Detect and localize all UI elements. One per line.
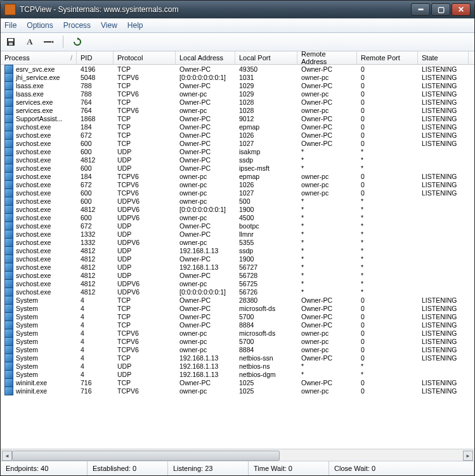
cell-local-port: ssdp [235, 247, 297, 255]
table-row[interactable]: esrv_svc.exe4196TCPOwner-PC49350Owner-PC… [1, 65, 474, 73]
cell-remote-port: 0 [357, 181, 418, 188]
cell-state: LISTENING [418, 65, 469, 73]
table-row[interactable]: lsass.exe788TCPOwner-PC1029Owner-PC0LIST… [1, 81, 474, 89]
menu-help[interactable]: Help [127, 21, 143, 30]
table-row[interactable]: svchost.exe4812UDP192.168.1.1356727** [1, 263, 474, 271]
window-buttons: ━ ▢ ✕ [411, 3, 471, 16]
table-row[interactable]: System4TCP192.168.1.13netbios-ssnOwner-P… [1, 354, 474, 362]
table-row[interactable]: svchost.exe184TCPOwner-PCepmapOwner-PC0L… [1, 122, 474, 131]
table-row[interactable]: System4TCPV6owner-pc5700owner-pc0LISTENI… [1, 337, 474, 345]
process-icon [4, 122, 13, 131]
header-remote-address[interactable]: Remote Address [297, 51, 357, 64]
table-row[interactable]: svchost.exe184TCPV6owner-pcepmapowner-pc… [1, 172, 474, 180]
cell-remote-address: owner-pc [297, 387, 357, 395]
cell-pid: 672 [77, 222, 114, 230]
table-row[interactable]: jhi_service.exe5048TCPV6[0:0:0:0:0:0:0:1… [1, 73, 474, 81]
process-icon [4, 188, 13, 197]
table-row[interactable]: svchost.exe672UDPOwner-PCbootpc** [1, 221, 474, 230]
table-row[interactable]: services.exe764TCPOwner-PC1028Owner-PC0L… [1, 98, 474, 106]
menu-file[interactable]: File [4, 21, 16, 30]
cell-pid: 4 [77, 354, 114, 362]
rule-button[interactable] [42, 36, 55, 48]
cell-process: svchost.exe [1, 230, 77, 239]
table-row[interactable]: System4TCPV6owner-pc8884owner-pc0LISTENI… [1, 345, 474, 354]
cell-remote-address: * [297, 197, 357, 205]
cell-pid: 788 [77, 90, 114, 98]
table-row[interactable]: System4TCPOwner-PC8884Owner-PC0LISTENING [1, 321, 474, 329]
table-row[interactable]: svchost.exe600UDPV6owner-pc500** [1, 197, 474, 205]
table-row[interactable]: svchost.exe4812UDPOwner-PC56728** [1, 271, 474, 279]
cell-remote-address: Owner-PC [297, 98, 357, 106]
scroll-right-arrow[interactable]: ► [463, 451, 473, 461]
cell-remote-port: * [357, 197, 418, 205]
a-button[interactable]: A [23, 36, 36, 48]
cell-remote-address: * [297, 214, 357, 221]
header-local-address[interactable]: Local Address [176, 51, 235, 64]
table-row[interactable]: System4UDP192.168.1.13netbios-dgm** [1, 370, 474, 378]
close-button[interactable]: ✕ [452, 3, 471, 16]
header-remote-port[interactable]: Remote Port [357, 51, 418, 64]
table-row[interactable]: System4TCPOwner-PC5700Owner-PC0LISTENING [1, 312, 474, 321]
table-row[interactable]: svchost.exe600TCPOwner-PC1027Owner-PC0LI… [1, 139, 474, 147]
table-row[interactable]: System4TCPOwner-PCmicrosoft-dsOwner-PC0L… [1, 304, 474, 312]
cell-local-address: Owner-PC [176, 313, 235, 321]
maximize-button[interactable]: ▢ [431, 3, 450, 16]
menu-process[interactable]: Process [63, 21, 91, 30]
minimize-button[interactable]: ━ [411, 3, 430, 16]
cell-remote-address: * [297, 156, 357, 164]
header-process[interactable]: Process / [1, 51, 77, 64]
process-icon [4, 279, 13, 288]
table-row[interactable]: svchost.exe4812UDP192.168.1.13ssdp** [1, 246, 474, 255]
table-row[interactable]: svchost.exe600TCPV6owner-pc1027owner-pc0… [1, 188, 474, 197]
cell-process: svchost.exe [1, 221, 77, 230]
toolbar: A [1, 33, 474, 51]
connection-table[interactable]: esrv_svc.exe4196TCPOwner-PC49350Owner-PC… [1, 65, 474, 449]
table-row[interactable]: svchost.exe600UDPOwner-PCisakmp** [1, 147, 474, 155]
cell-pid: 764 [77, 107, 114, 114]
header-local-port[interactable]: Local Port [235, 51, 297, 64]
cell-process: svchost.exe [1, 263, 77, 272]
scroll-left-arrow[interactable]: ◄ [2, 451, 12, 461]
cell-pid: 1332 [77, 239, 114, 246]
cell-local-address: owner-pc [176, 214, 235, 221]
cell-local-port: epmap [235, 173, 297, 180]
cell-process: lsass.exe [1, 81, 77, 90]
table-row[interactable]: wininit.exe716TCPV6owner-pc1025owner-pc0… [1, 387, 474, 395]
save-button[interactable] [4, 36, 17, 48]
table-row[interactable]: System4UDP192.168.1.13netbios-ns** [1, 362, 474, 370]
cell-pid: 1868 [77, 115, 114, 122]
titlebar[interactable]: TCPView - Sysinternals: www.sysinternals… [1, 1, 474, 18]
horizontal-scrollbar[interactable]: ◄ ► [1, 449, 474, 461]
cell-remote-port: * [357, 239, 418, 246]
table-row[interactable]: wininit.exe716TCPOwner-PC1025Owner-PC0LI… [1, 378, 474, 387]
table-row[interactable]: System4TCPOwner-PC28380Owner-PC0LISTENIN… [1, 296, 474, 304]
table-row[interactable]: svchost.exe1332UDPV6owner-pc5355** [1, 238, 474, 246]
table-row[interactable]: lsass.exe788TCPV6owner-pc1029owner-pc0LI… [1, 89, 474, 98]
table-row[interactable]: svchost.exe4812UDPOwner-PCssdp** [1, 155, 474, 164]
header-protocol[interactable]: Protocol [114, 51, 176, 64]
table-row[interactable]: svchost.exe1332UDPOwner-PCllmnr** [1, 230, 474, 238]
table-row[interactable]: svchost.exe4812UDPV6[0:0:0:0:0:0:0:1]567… [1, 288, 474, 296]
refresh-button[interactable] [71, 36, 84, 48]
menu-options[interactable]: Options [27, 21, 53, 30]
table-row[interactable]: svchost.exe600UDPOwner-PCipsec-msft** [1, 164, 474, 172]
cell-local-address: Owner-PC [176, 123, 235, 131]
table-row[interactable]: svchost.exe672TCPOwner-PC1026Owner-PC0LI… [1, 131, 474, 139]
header-state[interactable]: State [418, 51, 469, 64]
cell-local-port: 28380 [235, 296, 297, 304]
table-row[interactable]: services.exe764TCPV6owner-pc1028owner-pc… [1, 106, 474, 114]
header-pid[interactable]: PID [77, 51, 114, 64]
cell-remote-port: 0 [357, 98, 418, 106]
table-row[interactable]: svchost.exe4812UDPOwner-PC1900** [1, 255, 474, 263]
process-name: svchost.exe [16, 230, 51, 238]
cell-local-address: owner-pc [176, 387, 235, 395]
table-row[interactable]: SupportAssist...1868TCPOwner-PC9012Owner… [1, 114, 474, 122]
scroll-thumb[interactable] [12, 451, 280, 461]
table-row[interactable]: svchost.exe4812UDPV6owner-pc56725** [1, 279, 474, 288]
table-row[interactable]: svchost.exe4812UDPV6[0:0:0:0:0:0:0:1]190… [1, 205, 474, 213]
cell-pid: 600 [77, 197, 114, 205]
table-row[interactable]: svchost.exe672TCPV6owner-pc1026owner-pc0… [1, 180, 474, 188]
table-row[interactable]: System4TCPV6owner-pcmicrosoft-dsowner-pc… [1, 329, 474, 337]
menu-view[interactable]: View [101, 21, 117, 30]
table-row[interactable]: svchost.exe600UDPV6owner-pc4500** [1, 213, 474, 221]
